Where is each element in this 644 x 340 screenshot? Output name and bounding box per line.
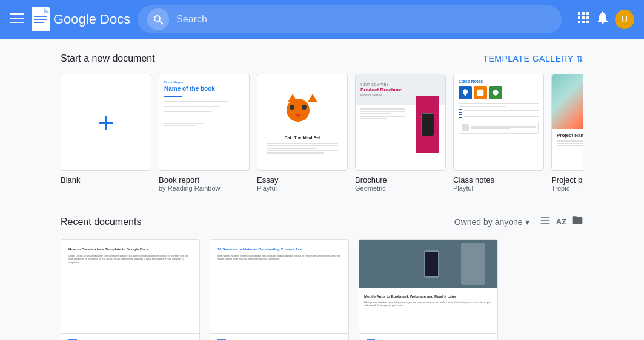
svg-rect-20 [477, 90, 484, 96]
doc-3-preview-text: When you are at work or other surfing in… [364, 301, 493, 308]
essay-thumb: Cat: The Ideal Pet [257, 74, 348, 171]
header: Google Docs [0, 0, 644, 39]
br-subtitle: Book Report [164, 80, 244, 84]
search-icon[interactable] [147, 8, 169, 30]
view-icons: AZ [539, 214, 583, 229]
hamburger-menu-icon[interactable] [10, 11, 24, 28]
az-sort-button[interactable]: AZ [556, 217, 566, 226]
template-project-proposal-sub: Tropic [551, 185, 583, 192]
docs-icon [32, 7, 50, 31]
svg-rect-13 [586, 12, 589, 15]
class-notes-title: Class Notes [459, 79, 539, 83]
template-class-notes-name: Class notes [453, 175, 544, 185]
svg-rect-14 [578, 16, 580, 19]
svg-rect-15 [582, 16, 585, 19]
chevron-down-icon: ▾ [525, 217, 529, 227]
doc-1-preview-title: How to Create a New Template in Google D… [68, 247, 192, 253]
template-book-report-sub: by Reading Rainbow [159, 185, 250, 192]
svg-rect-18 [582, 21, 585, 23]
template-class-notes[interactable]: Class Notes [453, 74, 544, 192]
doc-1-thumb: How to Create a New Template in Google D… [61, 240, 199, 333]
svg-rect-12 [582, 12, 585, 15]
main-content: Start a new document TEMPLATE GALLERY ⇅ … [0, 39, 644, 340]
logo-text: Google Docs [53, 11, 130, 27]
template-brochure-sub: Geometric [355, 185, 446, 192]
avatar[interactable]: U [615, 10, 634, 29]
recent-header: Recent documents Owned by anyone ▾ AZ [61, 214, 583, 229]
recent-doc-2[interactable]: 10 Services to Make an Outstanding Conte… [210, 239, 349, 340]
svg-rect-0 [10, 13, 24, 15]
svg-rect-2 [10, 22, 24, 23]
svg-rect-17 [578, 21, 580, 23]
svg-rect-22 [540, 217, 549, 218]
template-brochure-name: Brochure [355, 175, 446, 185]
recent-doc-3[interactable]: Mobile Apps to Bookmark Webpage and Read… [359, 239, 498, 340]
apps-grid-icon[interactable] [576, 10, 591, 28]
template-essay-name: Essay [257, 175, 348, 185]
svg-point-21 [493, 90, 498, 95]
template-essay-sub: Playful [257, 185, 348, 192]
plus-icon: + [98, 106, 115, 139]
book-report-thumb: Book Report Name of the book [159, 74, 250, 171]
list-view-button[interactable] [539, 214, 551, 229]
notifications-bell-icon[interactable] [596, 10, 610, 28]
search-input[interactable] [176, 14, 552, 25]
br-main-title: Name of the book [164, 85, 244, 93]
recent-section-title: Recent documents [61, 217, 141, 227]
doc-1-title-bar: How to Create a New Template in Google D… [61, 333, 199, 340]
template-book-report[interactable]: Book Report Name of the book Book report… [159, 74, 250, 192]
recent-doc-1[interactable]: How to Create a New Template in Google D… [61, 239, 200, 340]
project-proposal-thumb: Project Name [551, 74, 583, 171]
brochure-thumb: Your Company Product Brochure Product Sl… [355, 74, 446, 171]
template-project-proposal[interactable]: Project Name Project proposal Tropic [551, 74, 583, 192]
svg-rect-16 [586, 16, 589, 19]
svg-rect-24 [540, 223, 549, 224]
svg-rect-1 [10, 18, 24, 19]
doc-2-thumb: 10 Services to Make an Outstanding Conte… [210, 240, 348, 333]
cat-illustration [283, 93, 322, 132]
google-docs-logo: Google Docs [32, 7, 130, 31]
template-essay[interactable]: Cat: The Ideal Pet Essay Playful [257, 74, 348, 192]
template-brochure[interactable]: Your Company Product Brochure Product Sl… [355, 74, 446, 192]
template-blank-name: Blank [61, 175, 151, 185]
templates-header: Start a new document TEMPLATE GALLERY ⇅ [61, 53, 583, 64]
doc-1-preview-text: Google Docs is an amazing example cloud … [68, 255, 192, 265]
search-bar[interactable] [138, 5, 562, 33]
doc-2-preview-text: If you want to make the content of your … [217, 255, 341, 261]
doc-3-thumb: Mobile Apps to Bookmark Webpage and Read… [359, 240, 497, 333]
svg-rect-19 [586, 21, 589, 23]
essay-cat-title: Cat: The Ideal Pet [285, 136, 320, 140]
folder-view-button[interactable] [571, 214, 583, 229]
doc-3-preview-title: Mobile Apps to Bookmark Webpage and Read… [364, 294, 493, 300]
template-gallery-button[interactable]: TEMPLATE GALLERY ⇅ [483, 54, 583, 64]
template-class-notes-sub: Playful [453, 185, 544, 192]
doc-3-title-bar: Mobile Apps to Bookmark Webpage and Read… [359, 333, 497, 340]
svg-line-10 [159, 21, 162, 24]
header-right: U [576, 10, 634, 29]
template-blank[interactable]: + Blank [61, 74, 151, 192]
recent-controls: Owned by anyone ▾ AZ [454, 214, 583, 229]
template-project-proposal-name: Project proposal [551, 175, 583, 185]
templates-grid: + Blank Book Report Name of the book [61, 74, 583, 192]
svg-rect-6 [34, 22, 44, 23]
template-book-report-name: Book report [159, 175, 250, 185]
doc-3-image [359, 240, 497, 288]
svg-rect-5 [34, 19, 47, 20]
svg-rect-11 [578, 12, 580, 15]
class-notes-thumb: Class Notes [453, 74, 544, 171]
doc-2-title-bar: 10 Secrets to Make an Outstanding Conten… [210, 333, 348, 340]
project-name-label: Project Name [557, 132, 583, 138]
owned-by-filter[interactable]: Owned by anyone ▾ [454, 217, 529, 227]
chevron-icon: ⇅ [576, 54, 584, 64]
templates-section-title: Start a new document [61, 53, 155, 64]
svg-rect-4 [34, 16, 47, 17]
blank-thumb: + [61, 74, 151, 171]
recent-docs-grid: How to Create a New Template in Google D… [61, 239, 583, 340]
svg-rect-23 [540, 220, 549, 221]
recent-section: Recent documents Owned by anyone ▾ AZ [61, 204, 583, 340]
doc-2-preview-title: 10 Services to Make an Outstanding Conte… [217, 247, 341, 253]
